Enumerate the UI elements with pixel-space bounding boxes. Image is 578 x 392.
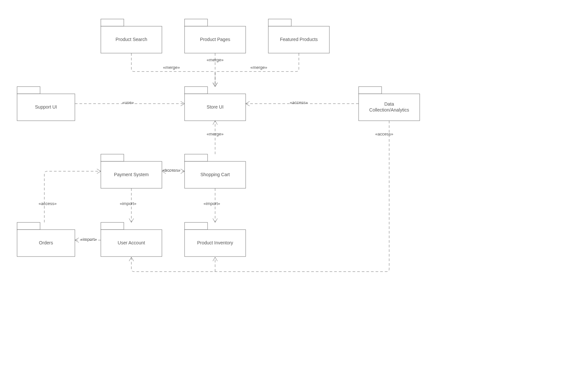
package-label: Orders [39, 240, 53, 245]
package-label: Store UI [207, 104, 223, 110]
svg-rect-8 [185, 87, 208, 94]
package-featured-products[interactable]: Featured Products [268, 19, 329, 53]
package-product-inventory[interactable]: Product Inventory [185, 222, 246, 257]
package-store-ui[interactable]: Store UI [185, 87, 246, 121]
svg-rect-14 [185, 154, 208, 161]
svg-rect-16 [17, 222, 40, 230]
uml-package-diagram: «merge» «merge» «merge» «use» «access» «… [0, 0, 578, 392]
package-label: Data [384, 101, 394, 107]
package-label: Featured Products [280, 37, 318, 42]
package-label: Shopping Cart [200, 172, 230, 177]
package-payment-system[interactable]: Payment System [101, 154, 162, 188]
svg-rect-10 [359, 87, 382, 94]
edge-analytics-bottom [131, 121, 389, 272]
edge-label: «merge» [163, 65, 180, 70]
package-label: Support UI [35, 104, 57, 110]
package-label: Product Inventory [197, 240, 233, 245]
edge-label: «access» [375, 132, 393, 136]
package-user-account[interactable]: User Account [101, 222, 162, 257]
edge-label: «merge» [207, 57, 223, 62]
package-product-pages[interactable]: Product Pages [185, 19, 246, 53]
edge-orders-payment [44, 171, 101, 222]
package-label: Payment System [114, 172, 149, 177]
svg-rect-6 [17, 87, 40, 94]
edge-label: «merge» [207, 132, 223, 136]
package-orders[interactable]: Orders [17, 222, 75, 257]
package-product-search[interactable]: Product Search [101, 19, 162, 53]
package-support-ui[interactable]: Support UI [17, 87, 75, 121]
package-label: Product Pages [200, 37, 230, 42]
edge-label: «import» [80, 237, 97, 242]
package-label: Product Search [116, 37, 147, 42]
package-label: Collection/Analytics [369, 107, 409, 113]
edge-label: «import» [120, 201, 137, 206]
svg-rect-20 [185, 222, 208, 230]
package-shopping-cart[interactable]: Shopping Cart [185, 154, 246, 188]
svg-rect-0 [101, 19, 124, 26]
edge-label: «access» [163, 168, 181, 173]
edge-label: «use» [122, 100, 134, 105]
svg-rect-12 [101, 154, 124, 161]
edge-label: «access» [39, 201, 57, 206]
svg-rect-4 [268, 19, 291, 26]
edge-label: «import» [204, 201, 220, 206]
svg-rect-2 [185, 19, 208, 26]
package-data-analytics[interactable]: Data Collection/Analytics [359, 87, 420, 121]
package-label: User Account [118, 240, 145, 245]
edge-label: «merge» [250, 65, 267, 70]
svg-rect-18 [101, 222, 124, 230]
edge-label: «access» [290, 100, 308, 105]
